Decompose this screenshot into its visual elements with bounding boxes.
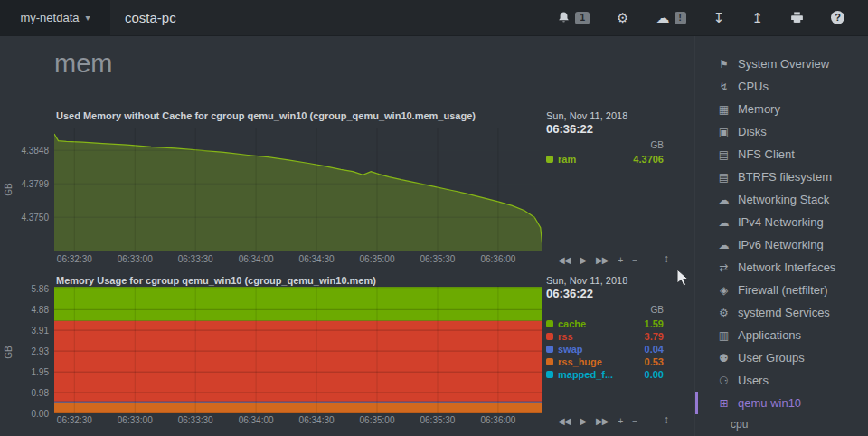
cloud-icon: ☁ <box>716 194 731 206</box>
sidebar-item-system-overview[interactable]: ⚑System Overview <box>695 52 868 75</box>
legend-label: rss <box>558 331 645 342</box>
memory-stacked-chart[interactable] <box>54 286 542 413</box>
legend-item-mapped_f-[interactable]: mapped_f...0.00 <box>546 368 664 381</box>
sidebar-item-label: User Groups <box>738 351 805 365</box>
y-tick: 2.93 <box>32 346 49 356</box>
my-netdata-menu[interactable]: my-netdata ▾ <box>0 0 110 35</box>
chart-mem-usage: Used Memory without Cache for cgroup qem… <box>0 107 694 270</box>
legend-swatch <box>546 346 553 353</box>
pan-forward-button[interactable]: ▶▶ <box>596 416 608 426</box>
mouse-cursor-icon <box>676 269 690 288</box>
shield-icon: ◈ <box>716 284 731 297</box>
sidebar-item-users[interactable]: ⚆Users <box>695 369 868 392</box>
print-button[interactable] <box>790 11 804 24</box>
sidebar-item-applications[interactable]: ▥Applications <box>695 324 868 346</box>
y-axis-unit-label: GB <box>4 176 14 204</box>
x-tick: 06:35:00 <box>360 415 395 425</box>
legend-label: ram <box>558 154 633 165</box>
sidebar-item-systemd-services[interactable]: ⚙systemd Services <box>695 301 868 324</box>
hostname[interactable]: costa-pc <box>125 10 176 25</box>
sidebar-item-label: Networking Stack <box>738 193 829 206</box>
x-tick: 06:33:00 <box>118 254 153 264</box>
users-icon: ⚉ <box>716 352 731 365</box>
legend-value: 4.3706 <box>633 154 664 165</box>
chart-resize-handle[interactable]: ↕ <box>664 252 669 265</box>
zoom-in-button[interactable]: + <box>618 255 622 265</box>
alarms-button[interactable]: 1 <box>557 11 590 24</box>
legend-value: 1.59 <box>645 318 664 329</box>
play-button[interactable]: ▶ <box>580 416 586 426</box>
sidebar-item-label: CPUs <box>738 80 769 93</box>
sidebar-item-btrfs-filesystem[interactable]: ▤BTRFS filesystem <box>695 166 868 188</box>
cloud-icon: ☁ <box>716 239 731 251</box>
zoom-in-button[interactable]: + <box>618 416 622 426</box>
legend-rows: cache1.59rss3.79swap0.04rss_huge0.53mapp… <box>546 318 664 381</box>
y-tick: 4.3848 <box>21 146 49 156</box>
import-snapshot-button[interactable]: ↧ <box>713 11 725 24</box>
help-icon: ? <box>831 11 844 24</box>
sidebar-item-cpus[interactable]: ↯CPUs <box>695 75 868 98</box>
cloud-badge: ! <box>675 12 686 24</box>
sidebar-item-ipv6-networking[interactable]: ☁IPv6 Networking <box>695 233 868 256</box>
sidebar-item-nfs-client[interactable]: ▤NFS Client <box>695 143 868 166</box>
sidebar-item-network-interfaces[interactable]: ⇄Network Interfaces <box>695 256 868 279</box>
play-button[interactable]: ▶ <box>580 255 586 265</box>
chart-resize-handle[interactable]: ↕ <box>664 413 669 426</box>
legend-item-rss_huge[interactable]: rss_huge0.53 <box>546 355 664 368</box>
legend-time: 06:36:22 <box>546 287 664 300</box>
sidebar-item-qemu-win10[interactable]: ⊞qemu win10 <box>695 392 868 414</box>
legend-value: 3.79 <box>645 331 664 342</box>
export-snapshot-button[interactable]: ↥ <box>751 11 763 24</box>
legend-swatch <box>546 333 553 340</box>
x-tick: 06:35:30 <box>420 254 455 264</box>
sidebar-item-label: qemu win10 <box>738 396 801 410</box>
legend-value: 0.04 <box>645 344 664 355</box>
x-tick: 06:34:00 <box>239 254 274 264</box>
download-icon: ↧ <box>713 11 725 24</box>
sidebar-item-disks[interactable]: ▣Disks <box>695 120 868 143</box>
x-tick: 06:33:30 <box>178 254 213 264</box>
navbar-actions: 1 ⚙ ☁ ! ↧ ↥ ? <box>557 11 868 24</box>
y-axis: 5.864.883.912.931.950.980.00 <box>13 286 49 413</box>
legend-label: rss_huge <box>558 356 645 367</box>
sidebar-item-user-groups[interactable]: ⚉User Groups <box>695 346 868 369</box>
x-tick: 06:34:30 <box>299 415 335 425</box>
chart-title: Memory Usage for cgroup qemu_win10 (cgro… <box>56 275 376 286</box>
x-tick: 06:34:00 <box>239 415 274 425</box>
alarms-badge: 1 <box>575 12 590 24</box>
legend-item-ram[interactable]: ram4.3706 <box>546 153 664 166</box>
vm-icon: ⊞ <box>716 397 731 410</box>
legend-item-cache[interactable]: cache1.59 <box>546 318 664 330</box>
sidebar-item-ipv4-networking[interactable]: ☁IPv4 Networking <box>695 211 868 233</box>
legend-time: 06:36:22 <box>546 122 664 136</box>
legend-item-rss[interactable]: rss3.79 <box>546 330 664 343</box>
sidebar-item-firewall-netfilter-[interactable]: ◈Firewall (netfilter) <box>695 279 868 301</box>
sidebar-item-memory[interactable]: ▦Memory <box>695 98 868 120</box>
help-button[interactable]: ? <box>831 11 844 24</box>
legend-unit: GB <box>546 305 664 315</box>
zoom-out-button[interactable]: − <box>632 416 637 426</box>
sidebar-subitem-cpu[interactable]: cpu <box>695 414 868 434</box>
settings-button[interactable]: ⚙ <box>617 11 628 24</box>
gear-icon: ⚙ <box>617 11 628 24</box>
zoom-out-button[interactable]: − <box>632 255 637 265</box>
legend-unit: GB <box>546 140 664 150</box>
page-title: mem <box>54 49 112 79</box>
legend-label: swap <box>558 344 645 355</box>
pan-backward-button[interactable]: ◀◀ <box>558 416 570 426</box>
folder-icon: ▤ <box>716 171 731 184</box>
chart-legend: Sun, Nov 11, 2018 06:36:22 GB ram4.3706 <box>546 110 664 166</box>
legend-value: 0.00 <box>645 369 664 380</box>
x-tick: 06:36:00 <box>480 254 515 264</box>
memory-area-chart[interactable] <box>54 128 542 251</box>
pan-backward-button[interactable]: ◀◀ <box>558 255 570 265</box>
legend-value: 0.53 <box>645 356 664 367</box>
chart-toolbox: ◀◀ ▶ ▶▶ + − <box>558 416 637 426</box>
bolt-icon: ↯ <box>716 81 731 93</box>
sidebar-item-networking-stack[interactable]: ☁Networking Stack <box>695 188 868 211</box>
pan-forward-button[interactable]: ▶▶ <box>596 255 608 265</box>
legend-item-swap[interactable]: swap0.04 <box>546 343 664 355</box>
netdata-cloud-button[interactable]: ☁ ! <box>656 11 686 24</box>
chevron-down-icon: ▾ <box>86 13 90 23</box>
x-tick: 06:33:30 <box>178 415 213 425</box>
